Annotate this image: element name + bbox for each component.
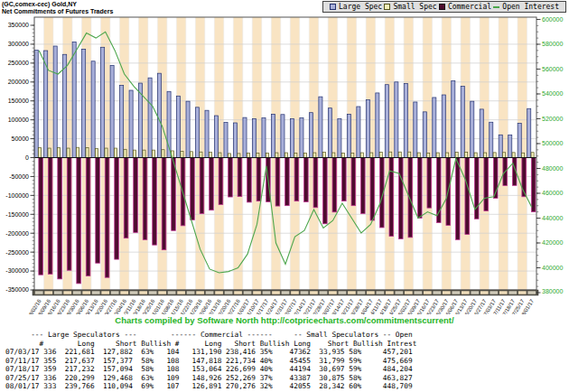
small-spec-bar <box>228 154 230 158</box>
commercial-bar <box>484 158 489 211</box>
left-axis-tick-label: 0 <box>25 154 29 161</box>
commercial-bar <box>58 158 62 279</box>
commercial-bar <box>342 158 347 201</box>
commercial-bar <box>191 158 195 220</box>
small-spec-bar <box>95 148 98 157</box>
large-spec-bar <box>404 83 407 157</box>
large-spec-bar <box>82 49 86 157</box>
small-spec-bar <box>446 153 449 157</box>
large-spec-bar <box>347 114 350 157</box>
commercial-bar <box>105 158 109 278</box>
small-spec-bar <box>522 153 525 157</box>
right-axis-tick-label: 520000 <box>542 116 563 122</box>
small-spec-bar <box>493 153 496 158</box>
small-spec-bar <box>162 150 164 158</box>
small-spec-bar <box>379 153 382 158</box>
small-spec-bar <box>105 148 107 157</box>
small-spec-bar <box>114 148 117 157</box>
small-spec-bar <box>219 153 221 157</box>
commercial-bar <box>48 158 52 275</box>
small-spec-bar <box>389 152 392 157</box>
commercial-bar <box>275 158 280 207</box>
large-spec-bar <box>101 47 105 157</box>
commercial-bar <box>294 158 299 201</box>
commercial-bar <box>39 158 43 275</box>
small-spec-bar <box>436 153 439 157</box>
credit-text: Charts compiled by Software North http:/… <box>0 315 569 325</box>
small-spec-bar <box>77 147 79 157</box>
commercial-bar <box>96 158 100 264</box>
large-spec-bar <box>271 114 275 157</box>
small-spec-bar <box>39 148 42 158</box>
small-spec-bar <box>512 153 515 158</box>
left-axis-labels: 3500003000002500002000001500001000005000… <box>5 22 34 293</box>
small-spec-bar <box>294 153 297 157</box>
x-axis-band <box>33 290 538 295</box>
large-spec-bar <box>490 122 493 157</box>
large-spec-bar <box>508 135 512 157</box>
right-axis-tick-label: 420000 <box>542 239 563 246</box>
large-spec-bar <box>233 123 237 158</box>
small-spec-bar <box>209 153 211 158</box>
large-spec-bar <box>309 113 312 158</box>
small-spec-bar <box>257 153 259 157</box>
small-spec-bar <box>275 153 278 157</box>
cot-table: --- Large Speculators --- ------ Commerc… <box>5 331 416 391</box>
commercial-bar <box>427 158 432 209</box>
table-row: 07/18/17 359 217,232 157,094 58% 108 153… <box>5 365 416 374</box>
commercial-bar <box>153 158 157 246</box>
x-axis-labels: 08/02/1608/09/1608/16/1608/23/1608/30/16… <box>26 298 535 314</box>
commercial-bar <box>332 158 337 212</box>
commercial-bar <box>210 158 214 210</box>
commercial-bar <box>219 158 223 205</box>
large-spec-bar <box>34 51 38 158</box>
large-spec-bar <box>328 108 331 158</box>
right-axis-tick-label: 500000 <box>542 140 563 146</box>
commercial-bar <box>257 158 261 201</box>
commercial-bar <box>285 158 290 206</box>
commercial-bar <box>389 158 394 237</box>
small-spec-bar <box>238 154 240 158</box>
commercial-bar <box>124 158 128 238</box>
large-spec-bar <box>338 118 341 157</box>
cot-chart: 3500003000002500002000001500001000005000… <box>0 0 569 314</box>
right-axis-tick-label: 560000 <box>542 66 563 72</box>
commercial-bar <box>398 158 403 239</box>
table-row: 07/11/17 355 217,637 157,377 58% 108 147… <box>5 357 416 366</box>
left-axis-tick-label: 150000 <box>8 98 29 104</box>
right-axis-labels: 6000005800005600005400005200005000004800… <box>536 16 563 295</box>
small-spec-bar <box>455 153 458 158</box>
large-spec-bar <box>480 109 483 158</box>
large-spec-bar <box>452 81 455 158</box>
commercial-bar <box>247 158 252 202</box>
large-spec-bar <box>518 123 521 157</box>
small-spec-bar <box>86 148 89 158</box>
large-spec-bar <box>195 107 199 158</box>
commercial-bar <box>229 158 233 198</box>
small-spec-bar <box>398 152 401 157</box>
right-axis-tick-label: 480000 <box>542 165 563 172</box>
right-axis-tick-label: 440000 <box>542 215 563 221</box>
small-spec-bar <box>484 153 487 157</box>
large-spec-bar <box>205 110 209 157</box>
left-axis-tick-label: -300000 <box>5 267 29 274</box>
left-axis-tick-label: -100000 <box>5 192 29 199</box>
large-spec-bar <box>300 118 303 158</box>
left-axis-tick-label: -150000 <box>5 211 29 218</box>
small-spec-bar <box>181 151 183 157</box>
large-spec-bar <box>376 93 379 158</box>
table-row: 07/25/17 336 220,299 129,468 63% 109 148… <box>5 374 416 383</box>
commercial-bar <box>143 158 147 240</box>
small-spec-bar <box>266 153 268 157</box>
large-spec-bar <box>461 86 464 157</box>
large-spec-bar <box>243 117 247 157</box>
small-spec-bar <box>370 153 373 157</box>
commercial-bar <box>465 158 470 235</box>
right-axis-tick-label: 580000 <box>542 41 563 47</box>
right-axis-tick-label: 400000 <box>542 265 563 271</box>
small-spec-bar <box>284 153 287 157</box>
right-axis-tick-label: 600000 <box>542 16 563 23</box>
small-spec-bar <box>531 153 534 158</box>
small-spec-bar <box>190 152 192 158</box>
left-axis-tick-label: 250000 <box>8 60 29 66</box>
